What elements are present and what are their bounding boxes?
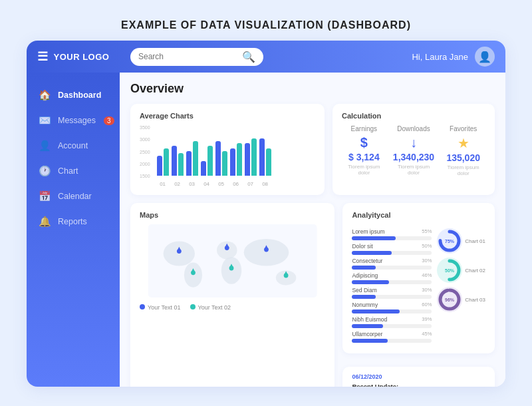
favorites-value: 135,020 — [441, 152, 485, 163]
donut: 75% — [437, 228, 462, 254]
y-axis: 35003000250020001500 — [140, 125, 153, 178]
search-icon: 🔍 — [242, 51, 255, 63]
analytics-item: Consectetur30% — [352, 258, 432, 270]
ai-label: Nonummy60% — [352, 302, 432, 308]
donut-svg: 75% — [437, 228, 462, 254]
analytics-title: Analyitycal — [352, 211, 485, 219]
overview-title: Overview — [130, 82, 495, 96]
bar-label: 07 — [245, 181, 257, 187]
maps-title: Maps — [140, 211, 325, 219]
sidebar-item-account[interactable]: 👤 Account — [27, 134, 113, 158]
legend-label-2: Your Text 02 — [198, 304, 231, 311]
ai-pct: 50% — [422, 243, 432, 249]
svg-text:96%: 96% — [445, 298, 455, 302]
avg-charts-title: Average Charts — [140, 112, 315, 120]
bar-label: 03 — [186, 181, 198, 187]
ai-pct: 30% — [422, 287, 432, 293]
calc-earnings: Earnings $ $ 3,124 Tiorem ipsum dolor — [342, 125, 386, 176]
downloads-desc: Tiorem ipsum dolor — [392, 164, 436, 176]
bar-green — [237, 143, 242, 176]
favorites-desc: Tiorem ipsum dolor — [441, 164, 485, 176]
earnings-label: Earnings — [342, 125, 386, 132]
analytics-item: Nibh Euismod39% — [352, 316, 432, 328]
dashboard-body: 🏠 Dashboard ✉️ Messages 3 👤 Account 🕐 Ch… — [27, 73, 505, 387]
bar-blue — [230, 148, 235, 176]
ai-bar-bg — [352, 266, 432, 270]
world-map-svg — [140, 224, 325, 298]
bar-label: 04 — [201, 181, 213, 187]
bar-label: 06 — [230, 181, 242, 187]
ai-bar-bg — [352, 339, 432, 343]
bar-label: 05 — [215, 181, 227, 187]
circle-label: Chart 02 — [465, 268, 485, 274]
earnings-icon: $ — [342, 135, 386, 150]
calc-card: Calculation Earnings $ $ 3,124 Tiorem ip… — [332, 104, 495, 195]
header-right: Hi, Laura Jane 👤 — [412, 47, 495, 67]
ai-bar-fill — [352, 266, 376, 270]
home-icon: 🏠 — [39, 89, 51, 101]
top-header: ☰ YOUR LOGO 🔍 Hi, Laura Jane 👤 — [27, 41, 505, 73]
sidebar-item-messages[interactable]: ✉️ Messages 3 — [27, 108, 113, 132]
sidebar-item-reports[interactable]: 🔔 Reports — [27, 210, 113, 234]
bar-labels: 0102030405060708 — [157, 181, 315, 187]
legend-label-1: Your Text 01 — [148, 304, 181, 311]
bottom-cards-row: Maps — [130, 203, 495, 387]
recent-date: 06/12/2020 — [352, 373, 485, 380]
donut: 50% — [437, 258, 462, 283]
bar-group — [186, 141, 198, 176]
ai-label: Nibh Euismod39% — [352, 316, 432, 323]
ai-bar-fill — [352, 236, 396, 240]
favorites-icon: ★ — [441, 135, 485, 151]
search-input[interactable] — [138, 52, 238, 61]
chart-icon: 🕐 — [39, 165, 51, 177]
greeting-text: Hi, Laura Jane — [412, 52, 468, 62]
analytics-item: Nonummy60% — [352, 302, 432, 313]
analytics-card: Analyitycal Lorem ipsum55%Dolor sit50%Co… — [342, 203, 495, 353]
earnings-value: $ 3,124 — [342, 152, 386, 162]
search-bar[interactable]: 🔍 — [130, 48, 263, 66]
messages-badge: 3 — [104, 116, 114, 125]
sidebar-item-chart[interactable]: 🕐 Chart — [27, 159, 113, 183]
bar-green — [222, 151, 227, 176]
bar-blue — [172, 146, 177, 176]
svg-text:75%: 75% — [445, 239, 455, 244]
ai-label: Adipiscing46% — [352, 272, 432, 279]
map-legend: Your Text 01 Your Text 02 — [140, 304, 325, 311]
svg-point-4 — [221, 257, 241, 284]
bar-green — [178, 153, 184, 176]
ai-pct: 46% — [422, 272, 432, 278]
ai-pct: 39% — [422, 316, 432, 322]
ai-bar-bg — [352, 309, 432, 313]
donut: 96% — [437, 287, 462, 312]
bar-group — [259, 138, 271, 176]
ai-bar-bg — [352, 324, 432, 328]
maps-card: Maps — [130, 203, 334, 387]
bar-label: 01 — [157, 181, 169, 187]
analytics-list: Lorem ipsum55%Dolor sit50%Consectetur30%… — [352, 228, 432, 345]
sidebar-item-calendar[interactable]: 📅 Calendar — [27, 184, 113, 208]
right-panel: Analyitycal Lorem ipsum55%Dolor sit50%Co… — [342, 203, 495, 387]
ai-bar-bg — [352, 236, 432, 240]
ai-label: Sed Diam30% — [352, 287, 432, 294]
sidebar-label-dashboard: Dashboard — [58, 91, 101, 100]
calc-downloads: Downloads ↓ 1,340,230 Tiorem ipsum dolor — [392, 125, 436, 176]
ai-bar-bg — [352, 251, 432, 255]
avg-charts-card: Average Charts 35003000250020001500 0102… — [130, 104, 325, 195]
bar-blue — [201, 161, 206, 176]
sidebar-label-chart: Chart — [58, 166, 78, 176]
circle-label: Chart 01 — [465, 238, 485, 244]
sidebar-item-dashboard[interactable]: 🏠 Dashboard — [27, 83, 113, 107]
donut-svg: 50% — [437, 258, 462, 283]
ai-pct: 55% — [422, 228, 432, 234]
logo-text: YOUR LOGO — [54, 52, 110, 62]
bar-label: 02 — [172, 181, 184, 187]
bar-green — [164, 148, 169, 176]
bar-group — [245, 138, 257, 176]
bar-group — [157, 148, 169, 176]
downloads-label: Downloads — [392, 125, 436, 132]
sidebar-label-messages: Messages — [58, 116, 96, 125]
bar-group — [172, 146, 184, 176]
ai-bar-fill — [352, 339, 388, 343]
hamburger-icon[interactable]: ☰ — [37, 49, 49, 64]
bar-green — [251, 138, 257, 176]
